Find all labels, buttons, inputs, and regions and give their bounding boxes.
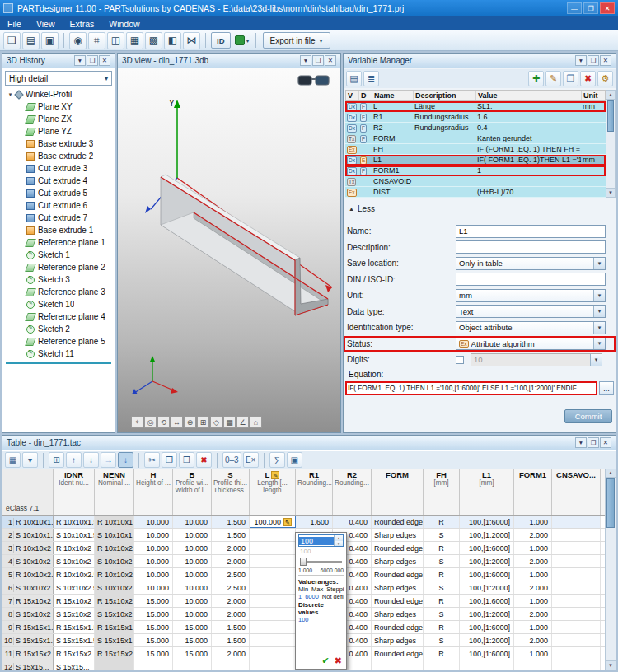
cell-cns[interactable] xyxy=(552,621,601,633)
cell-form[interactable]: Rounded edges xyxy=(372,647,424,660)
tree-item-base-extrude-2[interactable]: Base extrude 2 xyxy=(2,150,115,162)
description-field[interactable] xyxy=(456,240,606,254)
status-select[interactable]: ExAttribute algorithm▾ xyxy=(456,337,606,350)
cell-b[interactable]: 15.000 xyxy=(173,621,212,633)
cell-l[interactable] xyxy=(250,529,296,541)
tree-item-reference-plane-1[interactable]: Reference plane 1 xyxy=(2,236,115,249)
table-options-icon[interactable]: ▦ xyxy=(5,452,21,468)
pan-view-icon[interactable]: ↔ xyxy=(171,416,183,428)
cell-idnr[interactable]: S 10x10x2 xyxy=(54,555,95,567)
editing-cell-l[interactable]: 100.000✎ xyxy=(250,516,296,528)
column-header-l[interactable]: L✎Length [...length xyxy=(250,469,296,515)
cell-form[interactable]: Rounded edges xyxy=(372,595,424,607)
cell-h[interactable]: 15.000 xyxy=(134,634,173,646)
rotate-view-icon[interactable]: ⟲ xyxy=(157,416,170,428)
column-header-form1[interactable]: FORM1 xyxy=(514,469,552,515)
save-icon[interactable]: ▣ xyxy=(41,32,59,49)
row-header[interactable]: 11R 15x15x2 xyxy=(2,647,54,660)
cell-cns[interactable] xyxy=(552,542,601,554)
cell-r2[interactable]: 0.400 xyxy=(333,516,372,528)
row-header[interactable]: 5R 10x10x2.5 xyxy=(2,568,54,581)
cell-fh[interactable]: R xyxy=(424,647,460,660)
cell-form1[interactable]: 2.000 xyxy=(514,555,552,567)
cell-fh[interactable]: R xyxy=(424,568,460,581)
cell-b[interactable]: 10.000 xyxy=(173,516,212,528)
tree-item-reference-plane-5[interactable]: Reference plane 5 xyxy=(2,335,115,348)
delete-icon[interactable]: ✖ xyxy=(196,452,212,468)
tree-item-sketch-10[interactable]: Sketch 10 xyxy=(2,298,115,310)
variable-row-fh[interactable]: ExFHIF (FORM1 .EQ. 1) THEN FH = '... xyxy=(345,144,606,155)
apply-values-icon[interactable]: ↓ xyxy=(118,452,133,468)
tree-item-plane-xy[interactable]: Plane XY xyxy=(2,100,115,113)
maximize-button[interactable]: ❐ xyxy=(583,2,598,14)
cell-idnr[interactable]: R 10x10x2 xyxy=(54,542,95,554)
id-button[interactable]: ID xyxy=(211,32,231,49)
scroll-up-icon[interactable]: ▲ xyxy=(606,91,615,100)
column-header-r2[interactable]: R2Rounding... xyxy=(333,469,372,515)
cell-l1[interactable]: 100,[1:6000] xyxy=(460,516,514,528)
angle-measure-icon[interactable]: ∠ xyxy=(236,416,249,428)
panel-close-button[interactable]: ✕ xyxy=(600,55,611,66)
cell-l[interactable] xyxy=(250,542,296,554)
cell-cns[interactable] xyxy=(552,634,601,646)
panel-close-button[interactable]: ✕ xyxy=(325,55,336,66)
expression-icon[interactable]: E× xyxy=(243,452,259,468)
cell-s[interactable]: 1.500 xyxy=(212,621,250,633)
cell-form[interactable]: Rounded edges xyxy=(372,516,424,528)
table-scrollbar[interactable]: ▲ ▼ xyxy=(605,469,616,670)
unit-select[interactable]: mm▾ xyxy=(456,289,606,302)
row-header[interactable]: 8S 15x10x2 xyxy=(2,608,54,620)
grid-toggle-icon[interactable]: ⊞ xyxy=(197,416,209,428)
cell-l[interactable] xyxy=(250,568,296,581)
tree-item-plane-yz[interactable]: Plane YZ xyxy=(2,125,115,138)
add-variable-icon[interactable]: ✚ xyxy=(528,71,544,86)
cell-idnr[interactable]: R 15x15x1.5 xyxy=(54,621,95,633)
cell-fh[interactable]: S xyxy=(424,608,460,620)
cell-l[interactable] xyxy=(250,634,296,646)
cell-form[interactable]: Sharp edges xyxy=(372,555,424,567)
tree-item-sketch-11[interactable]: Sketch 11 xyxy=(2,348,115,360)
cell-fh[interactable]: R xyxy=(424,542,460,554)
cell-h[interactable]: 10.000 xyxy=(134,581,173,594)
home-view-icon[interactable]: ⌂ xyxy=(250,416,262,428)
cell-h[interactable]: 15.000 xyxy=(134,595,173,607)
projection-icon[interactable]: ◧ xyxy=(164,32,181,49)
language-flag-select[interactable]: ▾ xyxy=(235,35,250,45)
transfer-right-icon[interactable]: → xyxy=(101,452,116,468)
tree-item-sketch-1[interactable]: Sketch 1 xyxy=(2,249,115,261)
cell-fh[interactable]: R xyxy=(424,595,460,607)
cell-l1[interactable]: 100,[1:6000] xyxy=(460,542,514,554)
column-header-fh[interactable]: FH[mm] xyxy=(424,469,460,515)
discrete-value-link[interactable]: 100 xyxy=(298,616,309,623)
cell-cns[interactable] xyxy=(552,595,601,607)
zoom-view-icon[interactable]: ⊕ xyxy=(184,416,196,428)
panel-float-button[interactable]: ❐ xyxy=(87,55,98,66)
tree-item-cut-extrude-5[interactable]: Cut extrude 5 xyxy=(2,187,115,199)
tree-item-reference-plane-3[interactable]: Reference plane 3 xyxy=(2,286,115,298)
copy-icon[interactable]: ❐ xyxy=(162,452,177,468)
cell-nenn[interactable]: R 15x10x2 xyxy=(95,595,134,607)
cell-b[interactable]: 10.000 xyxy=(173,568,212,581)
table-row-1[interactable]: 1R 10x10x1.5R 10x10x1.5R 10x10x1.510.000… xyxy=(2,516,605,529)
cell-form1[interactable]: 1.000 xyxy=(514,647,552,660)
column-header-idnr[interactable]: IDNRIdent nu... xyxy=(54,469,95,515)
din-iso-id-field[interactable] xyxy=(456,273,606,286)
value-input[interactable]: 100 ▴▾ xyxy=(298,534,344,547)
menu-file[interactable]: File xyxy=(0,16,29,30)
cell-form1[interactable]: 1.000 xyxy=(514,621,552,633)
close-button[interactable]: ✕ xyxy=(600,2,615,14)
cell-cns[interactable] xyxy=(552,516,601,528)
cell-s[interactable]: 2.000 xyxy=(212,647,250,660)
cell-l[interactable] xyxy=(250,595,296,607)
shading-toggle-icon[interactable]: ▦ xyxy=(223,416,236,428)
identification-type-select[interactable]: Object attribute▾ xyxy=(456,321,606,334)
column-header-h[interactable]: HHeight of ... xyxy=(134,469,173,515)
cell-form[interactable]: Sharp edges xyxy=(372,581,424,594)
cell-nenn[interactable] xyxy=(95,660,134,670)
cell-form1[interactable]: 1.000 xyxy=(514,568,552,581)
tree-item-base-extrude-3[interactable]: Base extrude 3 xyxy=(2,138,115,150)
cell-l[interactable] xyxy=(250,621,296,633)
cell-nenn[interactable]: R 10x10x1.5 xyxy=(95,516,134,528)
column-header-b[interactable]: BProfile wi...Width of l... xyxy=(173,469,212,515)
cell-nenn[interactable]: S 10x10x2.5 xyxy=(95,581,134,594)
